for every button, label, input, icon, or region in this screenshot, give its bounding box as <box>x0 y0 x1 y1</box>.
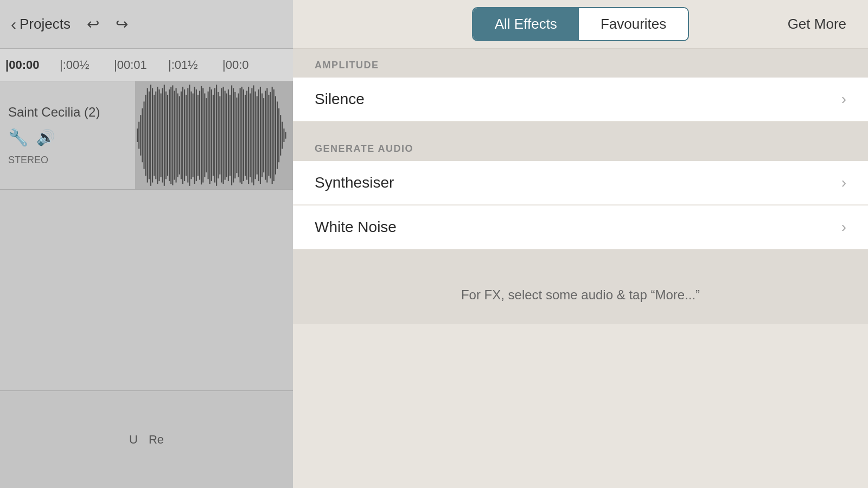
svg-rect-63 <box>241 87 242 184</box>
svg-rect-80 <box>270 92 271 178</box>
svg-rect-60 <box>236 98 237 173</box>
svg-rect-86 <box>280 115 281 156</box>
svg-rect-10 <box>152 88 153 182</box>
svg-rect-25 <box>177 93 178 177</box>
svg-rect-18 <box>165 92 167 179</box>
bottom-area: U Re <box>0 390 293 488</box>
wrench-icon[interactable]: 🔧 <box>8 128 28 147</box>
svg-rect-87 <box>282 122 283 149</box>
svg-rect-8 <box>149 92 150 179</box>
svg-rect-53 <box>225 91 226 179</box>
track-controls: Saint Cecilia (2) 🔧 🔊 STEREO <box>0 81 136 189</box>
effect-item-silence[interactable]: Silence › <box>293 78 868 121</box>
svg-rect-72 <box>257 96 258 174</box>
silence-label: Silence <box>315 91 365 108</box>
amplitude-label: AMPLITUDE <box>315 60 379 70</box>
left-panel: ‹ Projects ↩ ↪ |00:00 |:00½ |00:01 |:01½… <box>0 0 293 488</box>
projects-label: Projects <box>20 16 71 33</box>
svg-rect-11 <box>154 95 155 176</box>
svg-rect-22 <box>172 85 173 185</box>
footer-hint-text: For FX, select some audio & tap “More...… <box>461 287 700 303</box>
time-mark-2: |00:01 <box>114 58 168 72</box>
svg-rect-81 <box>272 87 273 184</box>
tab-favourites[interactable]: Favourites <box>579 8 688 40</box>
track-row: Saint Cecilia (2) 🔧 🔊 STEREO <box>0 81 293 190</box>
svg-rect-20 <box>169 89 170 181</box>
track-name: Saint Cecilia (2) <box>8 105 100 120</box>
svg-rect-47 <box>214 88 215 182</box>
time-mark-3: |:01½ <box>168 58 222 72</box>
svg-rect-46 <box>213 95 214 176</box>
svg-rect-29 <box>184 89 185 181</box>
svg-rect-74 <box>260 87 261 184</box>
svg-rect-89 <box>285 132 286 138</box>
svg-rect-5 <box>144 101 145 169</box>
get-more-button[interactable]: Get More <box>788 16 846 33</box>
stereo-label: STEREO <box>8 155 48 166</box>
svg-rect-27 <box>181 92 182 179</box>
svg-rect-24 <box>176 88 177 182</box>
time-mark-1: |:00½ <box>60 58 114 72</box>
svg-rect-88 <box>283 129 284 142</box>
svg-rect-38 <box>199 91 200 179</box>
svg-rect-52 <box>223 87 224 184</box>
svg-rect-73 <box>258 89 259 181</box>
svg-rect-1 <box>137 129 138 142</box>
effect-item-white-noise[interactable]: White Noise › <box>293 206 868 249</box>
svg-rect-69 <box>251 88 252 182</box>
svg-rect-59 <box>234 92 235 178</box>
bottom-text-re: Re <box>149 433 164 447</box>
svg-rect-56 <box>229 95 231 176</box>
track-waveform <box>136 81 293 189</box>
svg-rect-37 <box>197 95 199 176</box>
white-noise-label: White Noise <box>315 219 397 236</box>
svg-rect-4 <box>142 108 143 163</box>
svg-rect-79 <box>268 95 269 176</box>
footer-gap <box>293 249 868 266</box>
svg-rect-28 <box>182 87 183 184</box>
svg-rect-31 <box>187 88 188 182</box>
svg-rect-48 <box>216 85 217 186</box>
undo-button[interactable]: ↩ <box>87 15 99 33</box>
svg-rect-33 <box>191 92 192 179</box>
effect-item-synthesiser[interactable]: Synthesiser › <box>293 161 868 205</box>
bottom-text-u: U <box>129 433 138 447</box>
svg-rect-65 <box>245 95 246 176</box>
svg-rect-16 <box>162 88 163 182</box>
silence-chevron-icon: › <box>841 91 846 108</box>
time-mark-0: |00:00 <box>5 58 60 72</box>
svg-rect-58 <box>233 88 234 182</box>
synthesiser-label: Synthesiser <box>315 174 394 191</box>
svg-rect-43 <box>208 92 209 179</box>
svg-rect-41 <box>204 93 205 177</box>
svg-rect-32 <box>189 85 190 186</box>
svg-rect-15 <box>161 93 162 177</box>
svg-rect-17 <box>164 85 165 186</box>
effects-content: AMPLITUDE Silence › GENERATE AUDIO Synth… <box>293 49 868 488</box>
svg-rect-61 <box>238 93 239 177</box>
svg-rect-70 <box>253 85 254 185</box>
svg-rect-78 <box>266 88 267 182</box>
svg-rect-44 <box>209 87 210 184</box>
svg-rect-68 <box>250 93 251 177</box>
svg-rect-26 <box>179 96 180 174</box>
svg-rect-71 <box>255 92 256 179</box>
effects-footer: For FX, select some audio & tap “More...… <box>293 266 868 324</box>
svg-rect-42 <box>206 98 207 172</box>
time-mark-4: |00:0 <box>222 58 277 72</box>
white-noise-chevron-icon: › <box>841 219 846 236</box>
back-button[interactable]: ‹ Projects <box>11 15 71 34</box>
chevron-left-icon: ‹ <box>11 15 16 34</box>
svg-rect-84 <box>277 101 278 169</box>
svg-rect-45 <box>211 89 212 181</box>
effects-tabs: All Effects Favourites <box>472 7 690 41</box>
svg-rect-67 <box>248 87 249 184</box>
tab-all-effects[interactable]: All Effects <box>473 8 579 40</box>
svg-rect-64 <box>243 89 244 181</box>
svg-rect-3 <box>140 115 141 156</box>
timeline-ruler: |00:00 |:00½ |00:01 |:01½ |00:0 <box>0 49 293 81</box>
amplitude-section-header: AMPLITUDE <box>293 49 868 78</box>
svg-rect-50 <box>219 96 220 174</box>
speaker-icon[interactable]: 🔊 <box>36 129 55 146</box>
redo-button[interactable]: ↪ <box>116 15 128 33</box>
